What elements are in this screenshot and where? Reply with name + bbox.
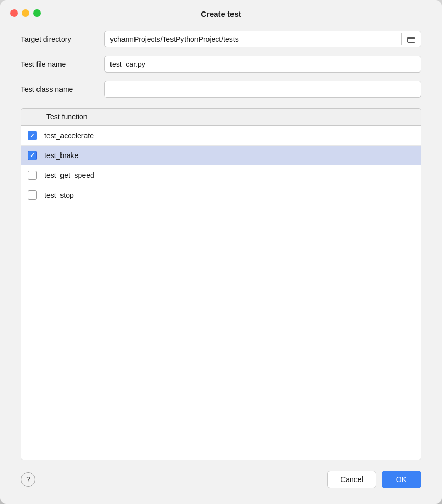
test-class-name-label: Test class name — [21, 85, 104, 93]
checkbox-test-accelerate[interactable]: ✓ — [28, 131, 37, 140]
table-row[interactable]: test_stop — [21, 185, 421, 205]
close-button[interactable] — [10, 9, 18, 17]
row-label-test-get-speed: test_get_speed — [44, 171, 94, 179]
checkmark-icon: ✓ — [30, 152, 35, 159]
form-area: Target directory Test file name Test cla… — [0, 26, 442, 460]
test-class-name-input[interactable] — [104, 81, 421, 98]
target-directory-label: Target directory — [21, 35, 104, 43]
target-directory-row: Target directory — [21, 31, 421, 47]
checkbox-test-get-speed[interactable] — [28, 171, 37, 180]
table-row[interactable]: ✓ test_accelerate — [21, 126, 421, 146]
action-buttons: Cancel OK — [327, 471, 421, 488]
target-directory-input-wrapper — [104, 31, 421, 47]
test-file-name-row: Test file name — [21, 56, 421, 73]
folder-icon — [407, 35, 415, 43]
checkmark-icon: ✓ — [30, 133, 35, 139]
title-bar: Create test — [0, 0, 442, 26]
ok-button[interactable]: OK — [382, 471, 421, 488]
checkbox-test-stop[interactable] — [28, 190, 37, 200]
row-label-test-stop: test_stop — [44, 191, 74, 199]
target-directory-input[interactable] — [105, 31, 401, 47]
window-controls — [10, 9, 41, 17]
minimize-button[interactable] — [22, 9, 29, 17]
checkbox-test-brake[interactable]: ✓ — [28, 151, 37, 160]
test-class-name-row: Test class name — [21, 81, 421, 98]
test-functions-table: Test function ✓ test_accelerate ✓ test_b… — [21, 108, 421, 460]
cancel-button[interactable]: Cancel — [327, 471, 376, 488]
row-label-test-brake: test_brake — [44, 151, 78, 160]
table-column-header: Test function — [46, 113, 88, 121]
help-button[interactable]: ? — [21, 472, 35, 487]
table-empty-area — [21, 205, 421, 414]
table-header: Test function — [21, 109, 421, 126]
test-file-name-label: Test file name — [21, 60, 104, 68]
browse-directory-button[interactable] — [401, 33, 421, 45]
table-row[interactable]: ✓ test_brake — [21, 146, 421, 165]
dialog-title: Create test — [201, 9, 241, 18]
create-test-dialog: Create test Target directory Test file n… — [0, 0, 442, 504]
test-file-name-input[interactable] — [104, 56, 421, 73]
row-label-test-accelerate: test_accelerate — [44, 131, 94, 140]
maximize-button[interactable] — [33, 9, 41, 17]
table-row[interactable]: test_get_speed — [21, 165, 421, 185]
bottom-bar: ? Cancel OK — [0, 460, 442, 494]
